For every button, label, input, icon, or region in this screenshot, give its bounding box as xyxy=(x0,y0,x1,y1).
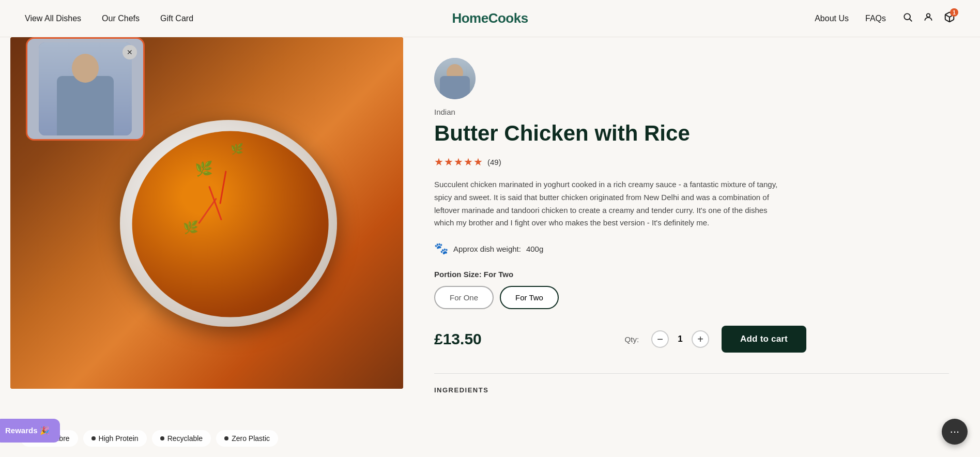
product-price: £13.50 xyxy=(434,330,482,348)
svg-point-0 xyxy=(904,13,910,20)
product-info: Indian Butter Chicken with Rice ★★★★★ (4… xyxy=(403,37,980,457)
qty-value: 1 xyxy=(675,334,685,344)
qty-minus-button[interactable]: − xyxy=(651,330,669,348)
product-title: Butter Chicken with Rice xyxy=(434,121,949,145)
nav-view-all-dishes[interactable]: View All Dishes xyxy=(25,14,81,23)
image-section: ✕ 🌿 🌿 🌿 xyxy=(0,37,403,457)
tag-recyclable: Recyclable xyxy=(152,430,211,447)
nav-about-us[interactable]: About Us xyxy=(815,14,849,23)
star-rating: ★★★★★ xyxy=(434,156,483,168)
header: View All Dishes Our Chefs Gift Card Home… xyxy=(0,0,980,37)
site-logo[interactable]: HomeCooks xyxy=(452,10,528,26)
nav-faqs[interactable]: FAQs xyxy=(865,14,886,23)
tag-high-protein: High Protein xyxy=(83,430,147,447)
chef-image xyxy=(39,42,132,135)
dish-weight-label: Approx dish weight: xyxy=(453,245,521,253)
ingredients-section: INGREDIENTS xyxy=(434,373,949,394)
qty-controls: − 1 + xyxy=(651,330,709,348)
rating-count: (49) xyxy=(487,158,501,166)
search-icon xyxy=(902,13,913,24)
tag-dot xyxy=(91,436,96,440)
chef-avatar[interactable] xyxy=(434,58,476,99)
account-button[interactable] xyxy=(923,12,933,25)
close-chef-thumbnail[interactable]: ✕ xyxy=(122,45,137,59)
rating-row: ★★★★★ (49) xyxy=(434,156,949,168)
svg-point-2 xyxy=(927,13,930,17)
product-description: Succulent chicken marinated in yoghurt c… xyxy=(434,178,786,230)
user-icon xyxy=(923,13,933,24)
chat-icon: ··· xyxy=(950,425,959,438)
tag-zero-plastic: Zero Plastic xyxy=(216,430,278,447)
weight-icon: 🐾 xyxy=(434,242,448,255)
main-content: ✕ 🌿 🌿 🌿 xyxy=(0,37,980,457)
purchase-row: £13.50 Qty: − 1 + Add to cart xyxy=(434,326,806,353)
chef-thumbnail[interactable]: ✕ xyxy=(26,37,145,141)
portion-size-label: Portion Size: For Two xyxy=(434,270,949,279)
portion-for-two[interactable]: For Two xyxy=(500,286,559,309)
cart-button[interactable]: 1 xyxy=(944,11,955,25)
header-nav-right: About Us FAQs 1 xyxy=(815,11,955,25)
dish-weight-row: 🐾 Approx dish weight: 400g xyxy=(434,242,949,255)
nav-our-chefs[interactable]: Our Chefs xyxy=(102,14,140,23)
qty-plus-button[interactable]: + xyxy=(692,330,709,348)
portion-section: Portion Size: For Two For One For Two xyxy=(434,270,949,309)
dish-weight-value: 400g xyxy=(526,245,543,253)
qty-add-row: Qty: − 1 + Add to cart xyxy=(625,326,806,353)
ingredients-heading: INGREDIENTS xyxy=(434,386,949,394)
svg-line-1 xyxy=(910,19,912,22)
search-button[interactable] xyxy=(902,12,913,25)
tag-dot xyxy=(224,436,228,440)
portion-for-one[interactable]: For One xyxy=(434,286,494,309)
tag-dot xyxy=(160,436,164,440)
rewards-button[interactable]: Rewards 🎉 xyxy=(0,419,60,443)
portion-buttons: For One For Two xyxy=(434,286,949,309)
add-to-cart-button[interactable]: Add to cart xyxy=(722,326,806,353)
nav-gift-card[interactable]: Gift Card xyxy=(160,14,193,23)
cuisine-label: Indian xyxy=(434,108,949,116)
header-nav-left: View All Dishes Our Chefs Gift Card xyxy=(25,14,193,23)
chat-button[interactable]: ··· xyxy=(942,419,968,445)
qty-label: Qty: xyxy=(625,335,639,344)
header-icons: 1 xyxy=(902,11,955,25)
cart-badge: 1 xyxy=(950,8,958,17)
